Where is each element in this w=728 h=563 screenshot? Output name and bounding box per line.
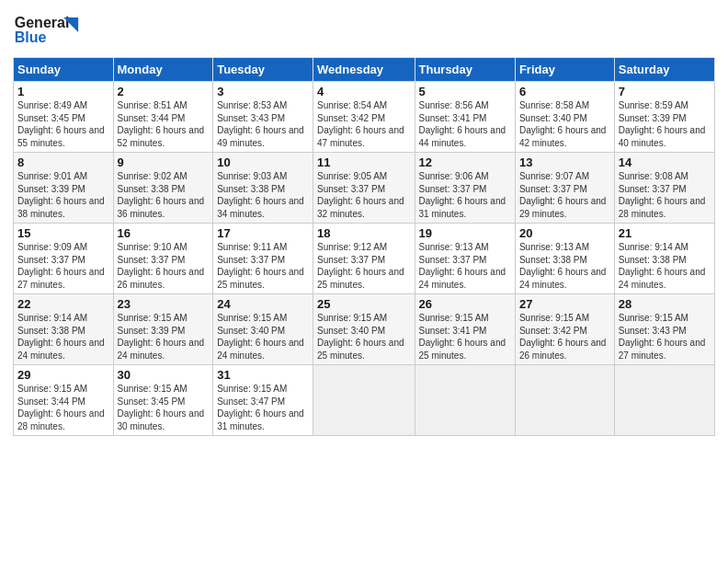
day-number: 24	[217, 297, 309, 311]
calendar-day-8: 8Sunrise: 9:01 AMSunset: 3:39 PMDaylight…	[14, 153, 114, 224]
calendar-day-29: 29Sunrise: 9:15 AMSunset: 3:44 PMDayligh…	[14, 365, 114, 436]
day-detail: Sunrise: 9:03 AMSunset: 3:38 PMDaylight:…	[217, 171, 304, 219]
day-of-week-thursday: Thursday	[415, 58, 515, 82]
day-number: 10	[217, 155, 309, 169]
calendar-week-5: 29Sunrise: 9:15 AMSunset: 3:44 PMDayligh…	[14, 365, 715, 436]
calendar-day-27: 27Sunrise: 9:15 AMSunset: 3:42 PMDayligh…	[515, 294, 614, 365]
day-number: 19	[419, 226, 511, 240]
day-of-week-tuesday: Tuesday	[213, 58, 313, 82]
day-detail: Sunrise: 8:56 AMSunset: 3:41 PMDaylight:…	[419, 100, 506, 148]
calendar-day-5: 5Sunrise: 8:56 AMSunset: 3:41 PMDaylight…	[415, 82, 515, 153]
calendar-day-7: 7Sunrise: 8:59 AMSunset: 3:39 PMDaylight…	[614, 82, 714, 153]
calendar-day-15: 15Sunrise: 9:09 AMSunset: 3:37 PMDayligh…	[14, 224, 114, 294]
day-detail: Sunrise: 8:51 AMSunset: 3:44 PMDaylight:…	[118, 100, 205, 148]
calendar-week-2: 8Sunrise: 9:01 AMSunset: 3:39 PMDaylight…	[14, 153, 715, 224]
calendar-day-28: 28Sunrise: 9:15 AMSunset: 3:43 PMDayligh…	[614, 294, 714, 365]
day-of-week-sunday: Sunday	[14, 58, 114, 82]
day-detail: Sunrise: 9:15 AMSunset: 3:40 PMDaylight:…	[217, 313, 304, 361]
day-detail: Sunrise: 9:12 AMSunset: 3:37 PMDaylight:…	[317, 242, 404, 290]
day-detail: Sunrise: 9:15 AMSunset: 3:39 PMDaylight:…	[118, 313, 205, 361]
day-number: 28	[619, 297, 711, 311]
calendar-day-26: 26Sunrise: 9:15 AMSunset: 3:41 PMDayligh…	[415, 294, 515, 365]
day-number: 8	[17, 155, 109, 169]
calendar-table: SundayMondayTuesdayWednesdayThursdayFrid…	[13, 57, 715, 436]
day-number: 21	[619, 226, 711, 240]
day-number: 25	[317, 297, 410, 311]
day-number: 14	[619, 155, 711, 169]
calendar-header: SundayMondayTuesdayWednesdayThursdayFrid…	[14, 58, 715, 82]
day-number: 3	[217, 85, 309, 98]
calendar-day-3: 3Sunrise: 8:53 AMSunset: 3:43 PMDaylight…	[213, 82, 313, 153]
calendar-body: 1Sunrise: 8:49 AMSunset: 3:45 PMDaylight…	[14, 82, 715, 436]
calendar-day-18: 18Sunrise: 9:12 AMSunset: 3:37 PMDayligh…	[313, 224, 415, 294]
day-detail: Sunrise: 9:14 AMSunset: 3:38 PMDaylight:…	[619, 242, 706, 290]
day-number: 16	[118, 226, 210, 240]
logo-svg: General Blue	[13, 9, 86, 46]
day-detail: Sunrise: 9:15 AMSunset: 3:40 PMDaylight:…	[317, 313, 404, 361]
calendar-day-24: 24Sunrise: 9:15 AMSunset: 3:40 PMDayligh…	[213, 294, 313, 365]
day-number: 30	[118, 368, 210, 382]
day-detail: Sunrise: 9:06 AMSunset: 3:37 PMDaylight:…	[419, 171, 506, 219]
calendar-week-1: 1Sunrise: 8:49 AMSunset: 3:45 PMDaylight…	[14, 82, 715, 153]
day-number: 31	[217, 368, 309, 382]
empty-day	[313, 365, 415, 436]
day-of-week-wednesday: Wednesday	[313, 58, 415, 82]
day-detail: Sunrise: 9:15 AMSunset: 3:43 PMDaylight:…	[619, 313, 706, 361]
calendar-day-16: 16Sunrise: 9:10 AMSunset: 3:37 PMDayligh…	[113, 224, 213, 294]
day-number: 7	[619, 85, 711, 98]
calendar-day-9: 9Sunrise: 9:02 AMSunset: 3:38 PMDaylight…	[113, 153, 213, 224]
days-of-week-row: SundayMondayTuesdayWednesdayThursdayFrid…	[14, 58, 715, 82]
day-detail: Sunrise: 9:11 AMSunset: 3:37 PMDaylight:…	[217, 242, 304, 290]
day-number: 2	[118, 85, 210, 98]
day-number: 20	[519, 226, 610, 240]
empty-day	[415, 365, 515, 436]
day-detail: Sunrise: 9:15 AMSunset: 3:42 PMDaylight:…	[519, 313, 607, 361]
calendar-day-25: 25Sunrise: 9:15 AMSunset: 3:40 PMDayligh…	[313, 294, 415, 365]
day-number: 15	[17, 226, 109, 240]
day-number: 18	[317, 226, 410, 240]
day-detail: Sunrise: 9:08 AMSunset: 3:37 PMDaylight:…	[619, 171, 706, 219]
day-detail: Sunrise: 8:54 AMSunset: 3:42 PMDaylight:…	[317, 100, 404, 148]
calendar-day-6: 6Sunrise: 8:58 AMSunset: 3:40 PMDaylight…	[515, 82, 614, 153]
day-of-week-monday: Monday	[113, 58, 213, 82]
calendar-day-1: 1Sunrise: 8:49 AMSunset: 3:45 PMDaylight…	[14, 82, 114, 153]
page: General Blue SundayMondayTuesdayWednesda…	[0, 0, 728, 445]
day-detail: Sunrise: 9:15 AMSunset: 3:45 PMDaylight:…	[118, 384, 205, 431]
day-detail: Sunrise: 9:01 AMSunset: 3:39 PMDaylight:…	[17, 171, 105, 219]
day-detail: Sunrise: 9:15 AMSunset: 3:41 PMDaylight:…	[419, 313, 506, 361]
day-detail: Sunrise: 9:13 AMSunset: 3:37 PMDaylight:…	[419, 242, 506, 290]
calendar-day-10: 10Sunrise: 9:03 AMSunset: 3:38 PMDayligh…	[213, 153, 313, 224]
day-number: 22	[17, 297, 109, 311]
calendar-week-3: 15Sunrise: 9:09 AMSunset: 3:37 PMDayligh…	[14, 224, 715, 294]
day-detail: Sunrise: 9:05 AMSunset: 3:37 PMDaylight:…	[317, 171, 404, 219]
calendar-day-13: 13Sunrise: 9:07 AMSunset: 3:37 PMDayligh…	[515, 153, 614, 224]
calendar-day-19: 19Sunrise: 9:13 AMSunset: 3:37 PMDayligh…	[415, 224, 515, 294]
day-detail: Sunrise: 9:09 AMSunset: 3:37 PMDaylight:…	[17, 242, 105, 290]
calendar-day-12: 12Sunrise: 9:06 AMSunset: 3:37 PMDayligh…	[415, 153, 515, 224]
day-of-week-friday: Friday	[515, 58, 614, 82]
calendar-day-21: 21Sunrise: 9:14 AMSunset: 3:38 PMDayligh…	[614, 224, 714, 294]
calendar-day-17: 17Sunrise: 9:11 AMSunset: 3:37 PMDayligh…	[213, 224, 313, 294]
day-number: 5	[419, 85, 511, 98]
day-number: 26	[419, 297, 511, 311]
day-number: 6	[519, 85, 610, 98]
day-detail: Sunrise: 8:49 AMSunset: 3:45 PMDaylight:…	[17, 100, 105, 148]
svg-text:Blue: Blue	[15, 29, 47, 45]
day-number: 11	[317, 155, 410, 169]
day-detail: Sunrise: 8:53 AMSunset: 3:43 PMDaylight:…	[217, 100, 304, 148]
calendar-day-2: 2Sunrise: 8:51 AMSunset: 3:44 PMDaylight…	[113, 82, 213, 153]
day-number: 12	[419, 155, 511, 169]
day-detail: Sunrise: 9:10 AMSunset: 3:37 PMDaylight:…	[118, 242, 205, 290]
calendar-day-31: 31Sunrise: 9:15 AMSunset: 3:47 PMDayligh…	[213, 365, 313, 436]
calendar-day-11: 11Sunrise: 9:05 AMSunset: 3:37 PMDayligh…	[313, 153, 415, 224]
day-number: 1	[17, 85, 109, 98]
svg-text:General: General	[15, 15, 70, 30]
day-detail: Sunrise: 9:15 AMSunset: 3:44 PMDaylight:…	[17, 384, 105, 431]
calendar-day-20: 20Sunrise: 9:13 AMSunset: 3:38 PMDayligh…	[515, 224, 614, 294]
header: General Blue	[13, 9, 715, 50]
empty-day	[515, 365, 614, 436]
logo: General Blue	[13, 9, 86, 50]
calendar-day-4: 4Sunrise: 8:54 AMSunset: 3:42 PMDaylight…	[313, 82, 415, 153]
day-detail: Sunrise: 9:15 AMSunset: 3:47 PMDaylight:…	[217, 384, 304, 431]
day-number: 29	[17, 368, 109, 382]
